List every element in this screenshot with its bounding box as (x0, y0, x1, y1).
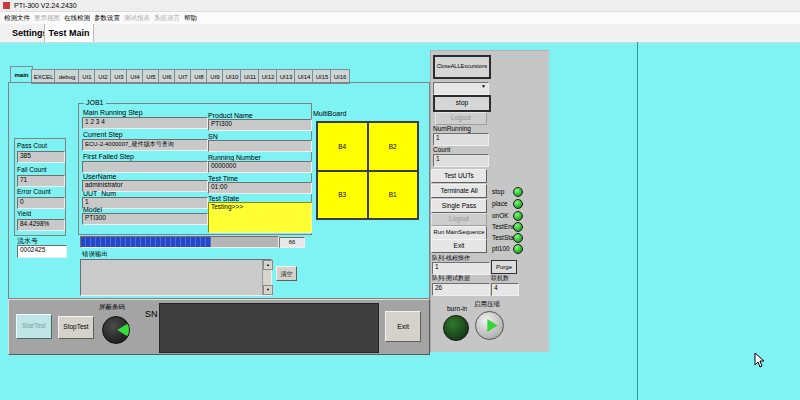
burn-in-label: burn-in (447, 306, 467, 313)
test-time-value: 01:00 (208, 182, 312, 194)
board-cell-b2[interactable]: B2 (368, 122, 419, 171)
running-number-label: Running Number (208, 154, 261, 161)
progress-bar (80, 236, 279, 248)
status-onok-led (513, 211, 523, 221)
clear-button[interactable]: 清空 (276, 266, 297, 281)
menu-item-param-set[interactable]: 参数设置 (94, 14, 120, 23)
menu-item-sys-lang[interactable]: 系统语言 (154, 14, 180, 23)
title-bar: PTI-300 V2.24.2430 (0, 0, 800, 12)
progress-value: 66 (279, 237, 305, 248)
model-value: PTI300 (82, 213, 208, 225)
burn-in-led[interactable] (443, 315, 469, 341)
mask-barcode-led[interactable] (102, 316, 130, 344)
job1-title: JOB1 (84, 99, 106, 106)
board-cell-b1[interactable]: B1 (368, 171, 419, 220)
uut-num-label: UUT_Num (83, 190, 116, 197)
test-state-value: Testing>>> (208, 202, 312, 233)
online-count-label: 联机数 (491, 275, 509, 281)
window-edge-divider (637, 42, 638, 400)
scrollbar[interactable]: ▲ ▼ (262, 260, 271, 295)
error-count-label: Error Count (17, 189, 51, 196)
product-name-value: PTI300 (208, 119, 312, 131)
sn-display (159, 303, 379, 353)
status-testend-label: TestEnd (492, 224, 516, 231)
pass-count-value: 385 (17, 151, 65, 163)
mouse-cursor (754, 352, 766, 370)
board-cell-b3[interactable]: B3 (317, 171, 368, 220)
board-cell-b4[interactable]: B4 (317, 122, 368, 171)
status-pti100-led (513, 244, 523, 254)
yield-value: 84.4298% (17, 219, 65, 231)
multiboard-grid: B4 B2 B3 B1 (316, 121, 419, 220)
logout-button[interactable]: Logout (431, 213, 487, 226)
scroll-up-icon[interactable]: ▲ (263, 260, 273, 270)
run-mainsequence-button[interactable]: Run MainSequence (431, 226, 487, 240)
fail-count-value: 71 (17, 175, 65, 187)
error-count-value: 0 (17, 197, 65, 209)
menu-item-help[interactable]: 帮助 (184, 14, 197, 23)
yield-label: Yield (17, 211, 31, 218)
progress-fill (81, 237, 211, 247)
mask-barcode-label: 屏蔽条码 (99, 304, 125, 311)
sn-field-label: SN (208, 133, 218, 140)
top-tab-strip: Settings Test Main (0, 24, 800, 43)
exit-button[interactable]: Exit (385, 311, 421, 342)
mask-barcode-led-glow (103, 317, 129, 343)
menu-item-display-view[interactable]: 显示视图 (34, 14, 60, 23)
exit-sequence-button[interactable]: Exit (431, 239, 487, 253)
compress-toggle-button[interactable] (475, 311, 504, 340)
model-label: Model (83, 206, 102, 213)
tab-settings[interactable]: Settings (12, 29, 48, 38)
tab-main[interactable]: main (10, 66, 33, 83)
count-value: 1 (433, 154, 489, 167)
mode-dropdown[interactable]: ▼ (433, 82, 489, 95)
username-label: UserName (83, 173, 116, 180)
single-pass-button[interactable]: Single Pass (431, 199, 487, 213)
current-step-label: Current Step (83, 131, 123, 138)
queue-op-label: 队列-线程操作 (432, 255, 470, 261)
error-output-list[interactable]: ▲ ▼ (80, 259, 272, 296)
status-stop-led (513, 187, 523, 197)
test-state-label: Test State (208, 195, 239, 202)
first-failed-step-label: First Failed Step (83, 153, 134, 160)
terminate-all-button[interactable]: Terminate All (431, 184, 487, 198)
queue-data-value: 26 (432, 283, 490, 296)
menu-item-detect-file[interactable]: 检测文件 (4, 14, 30, 23)
test-uuts-button[interactable]: Test UUTs (431, 169, 487, 183)
error-output-label: 错误输出 (82, 251, 108, 258)
status-pti100-label: pti100 (492, 246, 510, 253)
numrunning-value: 1 (433, 133, 489, 146)
close-all-excursions-button[interactable]: CloseALLExcursions (433, 55, 491, 79)
online-count-value: 4 (491, 283, 519, 296)
stop-button[interactable]: stop (433, 95, 491, 112)
chevron-down-icon: ▼ (481, 84, 486, 89)
multiboard-title: MultiBoard (313, 110, 346, 117)
queue-data-label: 队列-测试数据 (432, 275, 470, 281)
scroll-down-icon[interactable]: ▼ (263, 285, 273, 295)
purge-button[interactable]: Purge (491, 260, 517, 274)
queue-op-value: 1 (432, 262, 490, 275)
status-place-led (513, 199, 523, 209)
sn-caption: SN (145, 310, 158, 319)
tab-test-main[interactable]: Test Main (44, 24, 94, 42)
logout-button-top[interactable]: Logout (435, 112, 487, 125)
serial-input[interactable]: 0002425 (17, 245, 67, 258)
menu-item-test-report[interactable]: 测试报表 (124, 14, 150, 23)
start-test-button[interactable]: StarTest (16, 314, 52, 339)
stop-test-button[interactable]: StopTest (58, 316, 94, 339)
main-running-step-label: Main Running Step (83, 109, 143, 116)
tab-test-main-label: Test Main (49, 28, 90, 38)
serial-label: 流水号 (17, 237, 38, 244)
count-label: Count (433, 147, 450, 154)
status-place-label: place (492, 201, 508, 208)
first-failed-step-value (82, 161, 208, 173)
fail-count-label: Fail Count (17, 167, 47, 174)
app-window: PTI-300 V2.24.2430 检测文件 显示视图 在线检测 参数设置 测… (0, 0, 800, 400)
test-time-label: Test Time (208, 175, 238, 182)
status-stop-label: stop (492, 189, 504, 196)
menu-item-online-test[interactable]: 在线检测 (64, 14, 90, 23)
status-testend-led (513, 222, 523, 232)
sn-field-value[interactable] (208, 140, 312, 152)
status-onok-label: onOK (492, 213, 509, 220)
bottom-bar: StarTest StopTest 屏蔽条码 SN Exit (8, 299, 430, 355)
